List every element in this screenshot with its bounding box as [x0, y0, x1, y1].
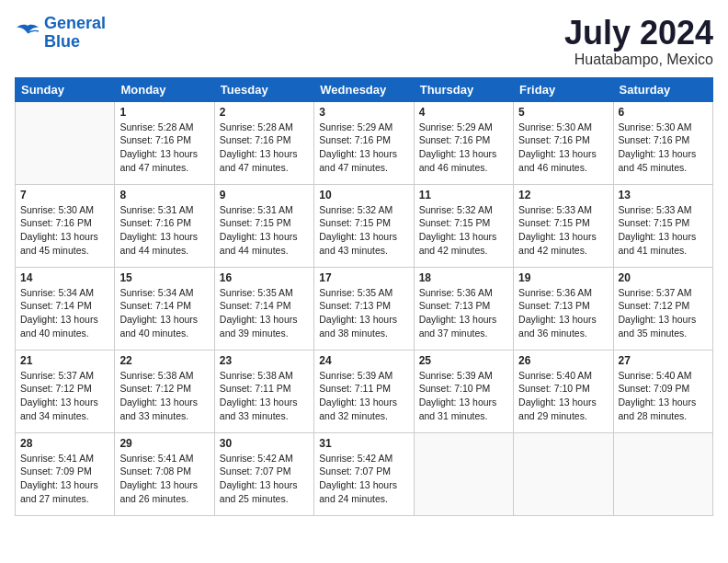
day-info: Sunrise: 5:35 AM Sunset: 7:13 PM Dayligh… [319, 286, 408, 340]
weekday-header: Wednesday [314, 77, 414, 101]
day-info: Sunrise: 5:39 AM Sunset: 7:10 PM Dayligh… [419, 369, 508, 423]
page-header: General Blue July 2024 Huatabampo, Mexic… [15, 15, 713, 68]
day-info: Sunrise: 5:33 AM Sunset: 7:15 PM Dayligh… [518, 203, 608, 258]
day-info: Sunrise: 5:40 AM Sunset: 7:10 PM Dayligh… [518, 369, 608, 423]
calendar-cell: 30Sunrise: 5:42 AM Sunset: 7:07 PM Dayli… [214, 432, 313, 515]
day-number: 15 [119, 271, 209, 284]
logo: General Blue [15, 15, 106, 52]
calendar-cell: 28Sunrise: 5:41 AM Sunset: 7:09 PM Dayli… [16, 432, 115, 515]
day-number: 28 [20, 437, 109, 450]
day-info: Sunrise: 5:29 AM Sunset: 7:16 PM Dayligh… [319, 121, 408, 175]
calendar-cell: 16Sunrise: 5:35 AM Sunset: 7:14 PM Dayli… [214, 267, 313, 350]
day-info: Sunrise: 5:37 AM Sunset: 7:12 PM Dayligh… [20, 369, 109, 423]
day-number: 26 [518, 354, 608, 367]
day-number: 1 [119, 106, 209, 119]
day-number: 5 [518, 106, 608, 119]
weekday-header: Friday [514, 77, 613, 101]
day-number: 27 [619, 354, 708, 367]
calendar-cell [16, 101, 115, 184]
day-number: 16 [220, 271, 309, 284]
calendar-cell: 1Sunrise: 5:28 AM Sunset: 7:16 PM Daylig… [115, 101, 214, 184]
calendar-cell: 22Sunrise: 5:38 AM Sunset: 7:12 PM Dayli… [115, 350, 214, 432]
title-block: July 2024 Huatabampo, Mexico [564, 15, 713, 68]
weekday-header: Saturday [613, 77, 712, 101]
day-info: Sunrise: 5:31 AM Sunset: 7:16 PM Dayligh… [119, 203, 209, 258]
day-number: 8 [119, 189, 209, 201]
day-number: 30 [220, 437, 309, 450]
calendar-cell: 27Sunrise: 5:40 AM Sunset: 7:09 PM Dayli… [613, 350, 712, 432]
calendar-cell: 29Sunrise: 5:41 AM Sunset: 7:08 PM Dayli… [115, 432, 214, 515]
day-number: 12 [518, 189, 608, 201]
calendar-cell: 8Sunrise: 5:31 AM Sunset: 7:16 PM Daylig… [115, 184, 214, 267]
day-info: Sunrise: 5:30 AM Sunset: 7:16 PM Dayligh… [619, 121, 708, 175]
calendar-cell: 3Sunrise: 5:29 AM Sunset: 7:16 PM Daylig… [314, 101, 414, 184]
month-title: July 2024 [564, 15, 713, 52]
calendar-week: 1Sunrise: 5:28 AM Sunset: 7:16 PM Daylig… [16, 101, 713, 184]
calendar-cell: 2Sunrise: 5:28 AM Sunset: 7:16 PM Daylig… [214, 101, 313, 184]
day-info: Sunrise: 5:42 AM Sunset: 7:07 PM Dayligh… [319, 452, 408, 506]
day-number: 2 [220, 106, 309, 119]
calendar-cell: 21Sunrise: 5:37 AM Sunset: 7:12 PM Dayli… [16, 350, 115, 432]
day-info: Sunrise: 5:35 AM Sunset: 7:14 PM Dayligh… [220, 286, 309, 340]
day-number: 23 [220, 354, 309, 367]
day-info: Sunrise: 5:40 AM Sunset: 7:09 PM Dayligh… [619, 369, 708, 423]
day-number: 6 [619, 106, 708, 119]
day-info: Sunrise: 5:32 AM Sunset: 7:15 PM Dayligh… [319, 203, 408, 258]
day-info: Sunrise: 5:34 AM Sunset: 7:14 PM Dayligh… [119, 286, 209, 340]
day-number: 20 [619, 271, 708, 284]
day-number: 19 [518, 271, 608, 284]
calendar-cell: 15Sunrise: 5:34 AM Sunset: 7:14 PM Dayli… [115, 267, 214, 350]
calendar-cell: 26Sunrise: 5:40 AM Sunset: 7:10 PM Dayli… [514, 350, 613, 432]
weekday-header: Thursday [414, 77, 513, 101]
calendar-cell [414, 432, 513, 515]
calendar-cell: 25Sunrise: 5:39 AM Sunset: 7:10 PM Dayli… [414, 350, 513, 432]
calendar-cell: 23Sunrise: 5:38 AM Sunset: 7:11 PM Dayli… [214, 350, 313, 432]
calendar-cell: 5Sunrise: 5:30 AM Sunset: 7:16 PM Daylig… [514, 101, 613, 184]
day-number: 14 [20, 271, 109, 284]
day-info: Sunrise: 5:29 AM Sunset: 7:16 PM Dayligh… [419, 121, 508, 175]
calendar-cell: 12Sunrise: 5:33 AM Sunset: 7:15 PM Dayli… [514, 184, 613, 267]
calendar-cell: 20Sunrise: 5:37 AM Sunset: 7:12 PM Dayli… [613, 267, 712, 350]
day-info: Sunrise: 5:36 AM Sunset: 7:13 PM Dayligh… [518, 286, 608, 340]
day-number: 10 [319, 189, 408, 201]
weekday-header: Tuesday [214, 77, 313, 101]
calendar-cell: 6Sunrise: 5:30 AM Sunset: 7:16 PM Daylig… [613, 101, 712, 184]
calendar-cell: 31Sunrise: 5:42 AM Sunset: 7:07 PM Dayli… [314, 432, 414, 515]
day-info: Sunrise: 5:28 AM Sunset: 7:16 PM Dayligh… [220, 121, 309, 175]
day-number: 31 [319, 437, 408, 450]
day-number: 18 [419, 271, 508, 284]
location-title: Huatabampo, Mexico [564, 52, 713, 68]
calendar-cell: 17Sunrise: 5:35 AM Sunset: 7:13 PM Dayli… [314, 267, 414, 350]
calendar-week: 28Sunrise: 5:41 AM Sunset: 7:09 PM Dayli… [16, 432, 713, 515]
day-info: Sunrise: 5:31 AM Sunset: 7:15 PM Dayligh… [220, 203, 309, 258]
day-number: 3 [319, 106, 408, 119]
day-info: Sunrise: 5:30 AM Sunset: 7:16 PM Dayligh… [518, 121, 608, 175]
calendar-cell: 24Sunrise: 5:39 AM Sunset: 7:11 PM Dayli… [314, 350, 414, 432]
day-number: 22 [119, 354, 209, 367]
calendar-table: SundayMondayTuesdayWednesdayThursdayFrid… [15, 77, 713, 516]
calendar-week: 7Sunrise: 5:30 AM Sunset: 7:16 PM Daylig… [16, 184, 713, 267]
day-number: 7 [20, 189, 109, 201]
day-info: Sunrise: 5:28 AM Sunset: 7:16 PM Dayligh… [119, 121, 209, 175]
calendar-cell: 9Sunrise: 5:31 AM Sunset: 7:15 PM Daylig… [214, 184, 313, 267]
calendar-week: 14Sunrise: 5:34 AM Sunset: 7:14 PM Dayli… [16, 267, 713, 350]
day-info: Sunrise: 5:38 AM Sunset: 7:12 PM Dayligh… [119, 369, 209, 423]
day-number: 24 [319, 354, 408, 367]
calendar-cell: 18Sunrise: 5:36 AM Sunset: 7:13 PM Dayli… [414, 267, 513, 350]
day-number: 21 [20, 354, 109, 367]
calendar-cell: 10Sunrise: 5:32 AM Sunset: 7:15 PM Dayli… [314, 184, 414, 267]
calendar-cell: 4Sunrise: 5:29 AM Sunset: 7:16 PM Daylig… [414, 101, 513, 184]
day-number: 9 [220, 189, 309, 201]
day-info: Sunrise: 5:38 AM Sunset: 7:11 PM Dayligh… [220, 369, 309, 423]
weekday-header: Sunday [16, 77, 115, 101]
calendar-cell [514, 432, 613, 515]
day-number: 29 [119, 437, 209, 450]
day-info: Sunrise: 5:34 AM Sunset: 7:14 PM Dayligh… [20, 286, 109, 340]
day-info: Sunrise: 5:32 AM Sunset: 7:15 PM Dayligh… [419, 203, 508, 258]
day-number: 17 [319, 271, 408, 284]
calendar-cell [613, 432, 712, 515]
day-info: Sunrise: 5:37 AM Sunset: 7:12 PM Dayligh… [619, 286, 708, 340]
day-info: Sunrise: 5:30 AM Sunset: 7:16 PM Dayligh… [20, 203, 109, 258]
calendar-cell: 14Sunrise: 5:34 AM Sunset: 7:14 PM Dayli… [16, 267, 115, 350]
day-info: Sunrise: 5:42 AM Sunset: 7:07 PM Dayligh… [220, 452, 309, 506]
